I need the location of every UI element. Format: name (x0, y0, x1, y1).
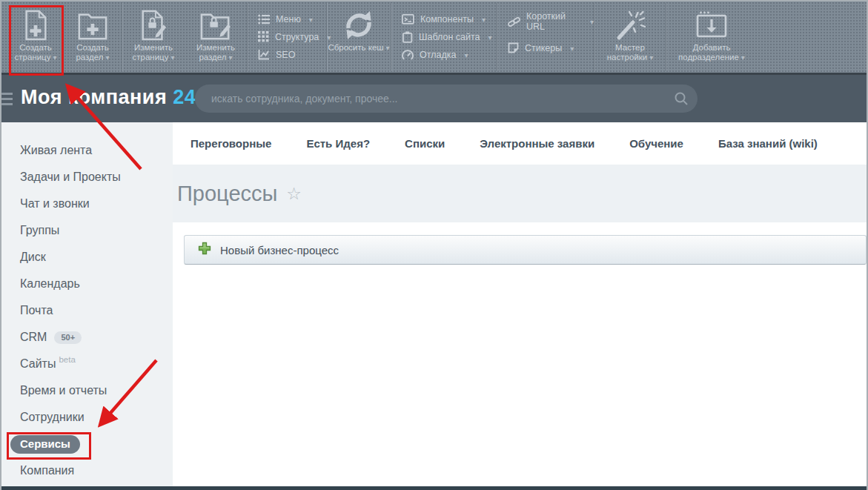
reset-cache-button[interactable]: Сбросить кеш (327, 1, 391, 73)
folder-edit-icon (199, 7, 233, 43)
components-icon (402, 14, 414, 24)
dropdown-caret-icon (307, 14, 313, 24)
seo-chart-icon (258, 49, 270, 60)
menu-button[interactable]: Меню (258, 14, 326, 24)
dropdown-caret-icon (486, 32, 492, 42)
components-label: Компоненты (420, 14, 474, 24)
edit-section-button[interactable]: Изменить раздел (185, 1, 247, 73)
menu-structure-seo-group: Меню Структура (248, 1, 326, 73)
sidebar-item-disk[interactable]: Диск (1, 244, 173, 271)
tab-knowledge-base[interactable]: База знаний (wiki) (718, 137, 818, 150)
tab-idea[interactable]: Есть Идея? (306, 137, 370, 150)
url-stickers-group: Короткий URL Стикеры (497, 1, 594, 73)
hamburger-menu-icon[interactable] (1, 93, 13, 108)
sidebar-item-company[interactable]: Компания (1, 457, 173, 484)
debug-label: Отладка (420, 50, 456, 60)
tab-training[interactable]: Обучение (629, 137, 683, 150)
dropdown-caret-icon (647, 53, 653, 62)
dropdown-caret-icon (50, 53, 56, 62)
new-business-process-label: Новый бизнес-процесс (220, 244, 339, 256)
structure-grid-icon (258, 31, 269, 42)
beta-tag: beta (59, 355, 75, 364)
sidebar-item-chat[interactable]: Чат и звонки (1, 191, 173, 217)
window-bottom-edge (1, 486, 867, 490)
refresh-icon (342, 7, 376, 43)
green-plus-icon (198, 242, 211, 258)
dropdown-caret-icon (480, 14, 486, 24)
short-url-button[interactable]: Короткий URL (508, 11, 594, 32)
sidebar-item-time[interactable]: Время и отчеты (1, 377, 173, 404)
dropdown-caret-icon (104, 53, 110, 62)
tab-lists[interactable]: Списки (405, 137, 445, 150)
stickers-button[interactable]: Стикеры (508, 42, 594, 53)
dropdown-caret-icon (227, 53, 233, 62)
folder-add-icon (76, 7, 109, 43)
dropdown-caret-icon (739, 53, 745, 62)
services-selected-pill: Сервисы (10, 435, 80, 454)
stickers-label: Стикеры (525, 43, 562, 53)
page-title: Процессы (177, 182, 277, 206)
search-input[interactable] (195, 93, 665, 105)
edit-section-label: Изменить раздел (185, 43, 247, 62)
tab-meeting-rooms[interactable]: Переговорные (191, 137, 271, 150)
site-template-icon (402, 31, 413, 43)
browser-window: Создать страницу Создать раздел (0, 0, 868, 490)
dropdown-caret-icon (462, 50, 468, 60)
components-template-debug-group: Компоненты Шаблон сайта (391, 1, 497, 73)
dropdown-caret-icon (568, 43, 574, 53)
company-name: Моя компания (21, 86, 167, 108)
company-logo[interactable]: Моя компания24 (21, 86, 196, 109)
dropdown-caret-icon (588, 16, 594, 27)
window-download-icon (695, 7, 729, 43)
seo-label: SEO (276, 50, 295, 60)
structure-button[interactable]: Структура (258, 31, 326, 42)
add-subsection-button[interactable]: Добавить подразделение (666, 1, 757, 73)
tab-e-requests[interactable]: Электронные заявки (480, 137, 594, 150)
menu-label: Меню (276, 14, 301, 24)
site-template-label: Шаблон сайта (419, 32, 480, 42)
search-icon[interactable] (665, 85, 698, 113)
site-template-button[interactable]: Шаблон сайта (402, 31, 497, 43)
page-edit-icon (139, 7, 168, 43)
section-tabs: Переговорные Есть Идея? Списки Электронн… (173, 122, 867, 165)
create-section-label: Создать раздел (64, 43, 122, 62)
crm-counter-badge: 50+ (54, 331, 82, 344)
setup-wizard-button[interactable]: Мастер настройки (594, 1, 666, 73)
sidebar-item-services[interactable]: Сервисы (1, 431, 173, 457)
favorite-star-icon[interactable]: ☆ (286, 185, 302, 202)
sticker-icon (508, 42, 519, 53)
sidebar-item-tasks[interactable]: Задачи и Проекты (1, 164, 173, 191)
wizard-wand-icon (613, 7, 647, 43)
sidebar-item-groups[interactable]: Группы (1, 217, 173, 244)
add-subsection-label: Добавить подразделение (666, 43, 757, 62)
structure-label: Структура (275, 32, 319, 42)
create-section-button[interactable]: Создать раздел (64, 1, 122, 73)
seo-button[interactable]: SEO (258, 49, 326, 60)
reset-cache-label: Сбросить кеш (328, 43, 389, 53)
edit-page-button[interactable]: Изменить страницу (122, 1, 185, 73)
main-area: Переговорные Есть Идея? Списки Электронн… (173, 122, 867, 486)
content-panel: Новый бизнес-процесс (173, 222, 867, 486)
link-icon (508, 16, 520, 27)
admin-toolbar: Создать страницу Создать раздел (1, 1, 867, 75)
sidebar-item-calendar[interactable]: Календарь (1, 271, 173, 297)
create-page-button[interactable]: Создать страницу (7, 1, 64, 73)
site-header: Моя компания24 (1, 75, 867, 122)
global-search (195, 85, 698, 113)
sidebar: Живая лента Задачи и Проекты Чат и звонк… (1, 122, 173, 486)
create-page-label: Создать страницу (7, 43, 64, 62)
new-business-process-button[interactable]: Новый бизнес-процесс (184, 235, 867, 265)
page-add-icon (21, 7, 50, 43)
sidebar-item-sites[interactable]: Сайтыbeta (1, 351, 173, 377)
components-button[interactable]: Компоненты (402, 14, 497, 24)
sidebar-item-mail[interactable]: Почта (1, 297, 173, 324)
company-suffix: 24 (173, 86, 196, 108)
short-url-label: Короткий URL (526, 11, 582, 32)
sidebar-item-employees[interactable]: Сотрудники (1, 404, 173, 431)
setup-wizard-label: Мастер настройки (594, 43, 666, 62)
sidebar-item-crm[interactable]: CRM50+ (1, 324, 173, 351)
edit-page-label: Изменить страницу (122, 43, 185, 62)
dropdown-caret-icon (384, 43, 390, 53)
sidebar-item-live-feed[interactable]: Живая лента (1, 137, 173, 164)
debug-button[interactable]: Отладка (402, 50, 497, 61)
